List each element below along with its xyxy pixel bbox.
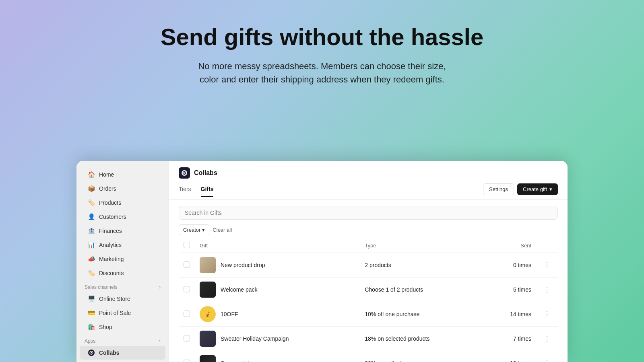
hero-subtitle: No more messy spreadsheets. Members can … [181,60,463,86]
table-row: Summer kit 20% on collection19 times⋮ [179,351,558,362]
online-store-icon: 🖥️ [88,295,95,302]
table-row: 💰 10OFF 10% off one purchase14 times⋮ [179,302,558,327]
gift-type: 10% off one purchase [360,302,484,327]
col-header-type: Type [360,239,484,253]
row-checkbox[interactable] [184,360,190,362]
table-row: Sweater Holiday Campaign 18% on selected… [179,327,558,351]
row-actions-button[interactable]: ⋮ [541,309,553,319]
sidebar-label-home: Home [99,171,114,178]
pos-icon: 💳 [88,309,95,317]
create-gift-button[interactable]: Create gift ▾ [517,183,558,195]
filter-dropdown-icon: ▾ [202,227,205,233]
gifts-table: Gift Type Sent New product drop 2 produc… [179,239,558,362]
chevron-right-icon: › [159,284,161,290]
customers-icon: 👤 [88,213,95,220]
sidebar-item-finances[interactable]: 🏦 Finances [80,224,165,238]
gift-thumb [200,331,216,347]
tab-tiers[interactable]: Tiers [179,186,191,197]
row-checkbox[interactable] [184,261,190,268]
gift-name-cell: 💰 10OFF [200,306,355,322]
filter-row: Creator ▾ Clear all [179,224,558,235]
shop-icon: 🛍️ [88,323,95,331]
sidebar-sub-recruiting[interactable]: Recruiting [80,360,165,362]
apps-section: Apps › [76,334,169,346]
sidebar-item-shop[interactable]: 🛍️ Shop [80,320,165,334]
svg-point-5 [184,173,185,173]
row-actions-button[interactable]: ⋮ [541,334,553,343]
sidebar-label-customers: Customers [99,214,126,220]
finances-icon: 🏦 [88,227,95,234]
gift-thumb: 💰 [200,306,216,322]
sidebar-item-analytics[interactable]: 📊 Analytics [80,238,165,252]
sidebar-label-collabs: Collabs [99,350,120,356]
collabs-icon [88,349,95,356]
sidebar-label-online-store: Online Store [99,296,130,302]
gift-name-cell: Sweater Holiday Campaign [200,331,355,347]
sidebar-label-shop: Shop [99,324,112,330]
sidebar-item-marketing[interactable]: 📣 Marketing [80,252,165,266]
sidebar: 🏠 Home 📦 Orders 🏷️ Products 👤 Customers … [76,161,169,362]
hero-title: Send gifts without the hassle [0,24,644,50]
discounts-icon: 🏷️ [88,269,95,277]
sidebar-item-orders[interactable]: 📦 Orders [80,182,165,195]
select-all-checkbox[interactable] [184,242,190,248]
sales-channels-section: Sales channels › [76,280,169,292]
sidebar-item-customers[interactable]: 👤 Customers [80,210,165,224]
gift-type: 18% on selected products [360,327,484,351]
gift-sent: 5 times [484,278,536,302]
gift-type: Choose 1 of 2 products [360,278,484,302]
hero-section: Send gifts without the hassle No more me… [0,0,644,86]
collabs-app-icon [179,167,190,179]
sidebar-item-online-store[interactable]: 🖥️ Online Store [80,292,165,306]
gift-type: 2 products [360,253,484,278]
gift-thumb [200,257,216,273]
sidebar-item-pos[interactable]: 💳 Point of Sale [80,306,165,320]
tab-actions: Settings Create gift ▾ [483,183,558,199]
home-icon: 🏠 [88,171,95,178]
table-container: Creator ▾ Clear all Gift Type Sent [169,200,568,362]
clear-all-button[interactable]: Clear all [213,227,232,233]
sidebar-item-products[interactable]: 🏷️ Products [80,196,165,210]
svg-point-2 [91,352,92,354]
tab-gifts[interactable]: Gifts [201,186,214,197]
row-actions-button[interactable]: ⋮ [541,285,553,294]
gift-thumb [200,355,216,362]
app-window: 🏠 Home 📦 Orders 🏷️ Products 👤 Customers … [76,161,568,362]
col-header-sent: Sent [484,239,536,253]
gift-type: 20% on collection [360,351,484,362]
row-checkbox[interactable] [184,286,190,292]
row-actions-button[interactable]: ⋮ [541,260,553,270]
gift-name: Sweater Holiday Campaign [221,335,289,342]
col-header-gift: Gift [195,239,360,253]
tabs-row: Tiers Gifts Settings Create gift ▾ [179,183,558,199]
apps-chevron-icon: › [159,338,161,344]
gift-sent: 0 times [484,253,536,278]
marketing-icon: 📣 [88,255,95,263]
sidebar-label-analytics: Analytics [99,242,122,248]
sidebar-item-collabs[interactable]: Collabs [80,346,165,360]
settings-button[interactable]: Settings [483,183,514,195]
main-content: Collabs Tiers Gifts Settings Create gift… [169,161,568,362]
main-header: Collabs Tiers Gifts Settings Create gift… [169,161,568,200]
sidebar-label-products: Products [99,200,121,206]
row-checkbox[interactable] [184,335,190,341]
sidebar-item-home[interactable]: 🏠 Home [80,168,165,181]
sidebar-item-discounts[interactable]: 🏷️ Discounts [80,266,165,280]
dropdown-arrow-icon: ▾ [549,186,552,192]
gift-name-cell: Summer kit [200,355,355,362]
gift-name-cell: New product drop [200,257,355,273]
search-bar [179,206,558,220]
row-actions-button[interactable]: ⋮ [541,358,553,362]
row-checkbox[interactable] [184,311,190,317]
creator-filter-button[interactable]: Creator ▾ [179,224,209,235]
gift-name-cell: Welcome pack [200,282,355,298]
gift-name: Summer kit [221,360,249,362]
sidebar-label-finances: Finances [99,228,122,234]
table-row: Welcome pack Choose 1 of 2 products5 tim… [179,278,558,302]
sidebar-label-discounts: Discounts [99,270,124,276]
table-row: New product drop 2 products0 times⋮ [179,253,558,278]
sidebar-label-orders: Orders [99,185,116,192]
sidebar-label-marketing: Marketing [99,256,124,262]
search-input[interactable] [179,206,557,219]
gift-name: New product drop [221,262,265,268]
